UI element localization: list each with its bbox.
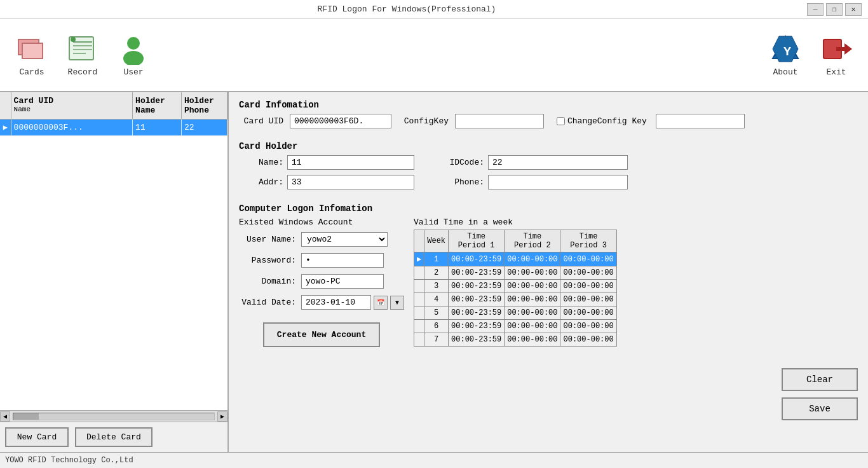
toolbar-user[interactable]: User — [108, 29, 159, 81]
period1-cell-5[interactable]: 00:00-23:59 — [449, 306, 505, 320]
row-arrow-5 — [414, 306, 424, 320]
period1-cell-1[interactable]: 00:00-23:59 — [449, 252, 505, 266]
card-table: Card UID Name HolderName HolderPhone ▶ 0… — [0, 92, 227, 410]
svg-point-9 — [123, 51, 144, 65]
th-period2: TimePeriod 2 — [505, 230, 560, 252]
period2-cell-7[interactable]: 00:00-00:00 — [505, 333, 560, 347]
period3-cell-6[interactable]: 00:00-00:00 — [560, 320, 616, 333]
clear-button[interactable]: Clear — [782, 368, 858, 391]
holder-name-input[interactable] — [287, 155, 414, 170]
holder-phone-input[interactable] — [488, 175, 628, 189]
config-key-input[interactable] — [455, 114, 544, 128]
config-key-label: ConfigKey — [398, 116, 449, 126]
minimize-button[interactable]: — — [807, 3, 824, 16]
period1-cell-4[interactable]: 00:00-23:59 — [449, 293, 505, 306]
username-select[interactable]: yowo2 — [301, 232, 388, 247]
holder-addr-input[interactable] — [287, 175, 414, 189]
card-holder-title: Card Holder — [239, 141, 858, 151]
holder-idcode-input[interactable] — [488, 155, 628, 170]
change-config-label: ChangeConfig Key — [567, 116, 647, 126]
calendar-button[interactable]: 📅 — [374, 296, 388, 310]
period1-cell-6[interactable]: 00:00-23:59 — [449, 320, 505, 333]
valid-date-label: Valid Date: — [239, 298, 296, 307]
status-bar: YOWO RFID Technology Co.,Ltd — [0, 452, 868, 468]
password-input[interactable] — [301, 253, 384, 268]
time-table-row-6[interactable]: 6 00:00-23:59 00:00-00:00 00:00-00:00 — [414, 320, 617, 333]
time-table-row-7[interactable]: 7 00:00-23:59 00:00-00:00 00:00-00:00 — [414, 333, 617, 347]
scroll-left-btn[interactable]: ◀ — [0, 411, 10, 422]
holder-idcode-field: IDCode: — [440, 155, 628, 170]
row-arrow-7 — [414, 333, 424, 347]
scroll-right-btn[interactable]: ▶ — [217, 411, 227, 422]
change-config-checkbox[interactable] — [557, 117, 565, 125]
new-card-button[interactable]: New Card — [5, 427, 69, 447]
time-table-row-5[interactable]: 5 00:00-23:59 00:00-00:00 00:00-00:00 — [414, 306, 617, 320]
card-table-header: Card UID Name HolderName HolderPhone — [0, 92, 227, 120]
period3-cell-3[interactable]: 00:00-00:00 — [560, 280, 616, 293]
change-config-input[interactable] — [656, 114, 745, 128]
toolbar-exit[interactable]: Exit — [811, 29, 862, 81]
period3-cell-2[interactable]: 00:00-00:00 — [560, 266, 616, 280]
period1-cell-7[interactable]: 00:00-23:59 — [449, 333, 505, 347]
holder-addr-label: Addr: — [239, 177, 283, 187]
period1-cell-2[interactable]: 00:00-23:59 — [449, 266, 505, 280]
right-panel-wrapper: Card Infomation Card UID ConfigKey Chang… — [229, 92, 868, 452]
domain-label: Domain: — [239, 277, 296, 286]
toolbar: Cards Record User — [0, 19, 868, 92]
close-button[interactable]: ✕ — [845, 3, 862, 16]
period3-cell-4[interactable]: 00:00-00:00 — [560, 293, 616, 306]
time-table-row-4[interactable]: 4 00:00-23:59 00:00-00:00 00:00-00:00 — [414, 293, 617, 306]
card-uid-input[interactable] — [290, 114, 391, 128]
time-table: Week TimePeriod 1 TimePeriod 2 TimePerio… — [414, 230, 617, 347]
period3-cell-1[interactable]: 00:00-00:00 — [560, 252, 616, 266]
period2-cell-5[interactable]: 00:00-00:00 — [505, 306, 560, 320]
valid-date-input[interactable] — [301, 295, 371, 310]
row-arrow-4 — [414, 293, 424, 306]
create-new-account-button[interactable]: Create New Account — [263, 322, 380, 347]
period2-cell-2[interactable]: 00:00-00:00 — [505, 266, 560, 280]
holder-phone-label: Phone: — [440, 177, 484, 187]
left-bottom-buttons: New Card Delete Card — [0, 422, 227, 452]
time-table-row-3[interactable]: 3 00:00-23:59 00:00-00:00 00:00-00:00 — [414, 280, 617, 293]
date-picker: 📅 ▼ — [301, 295, 404, 310]
period3-cell-7[interactable]: 00:00-00:00 — [560, 333, 616, 347]
period2-cell-6[interactable]: 00:00-00:00 — [505, 320, 560, 333]
logon-form: Existed Windows Account User Name: yowo2… — [239, 217, 404, 347]
restore-button[interactable]: ❐ — [826, 3, 843, 16]
svg-marker-15 — [844, 43, 852, 55]
toolbar-about[interactable]: Y About — [760, 29, 811, 81]
holder-phone-field: Phone: — [440, 175, 628, 189]
holder-name-field: Name: — [239, 155, 414, 170]
domain-row: Domain: — [239, 274, 404, 289]
user-label: User — [123, 67, 143, 77]
card-row[interactable]: ▶ 0000000003F... 11 22 — [0, 120, 227, 136]
card-info-title: Card Infomation — [239, 100, 858, 110]
right-panel: Card Infomation Card UID ConfigKey Chang… — [229, 92, 868, 452]
time-table-row-2[interactable]: 2 00:00-23:59 00:00-00:00 00:00-00:00 — [414, 266, 617, 280]
save-button[interactable]: Save — [782, 397, 858, 420]
right-side-buttons: Clear Save — [782, 368, 858, 420]
period2-cell-3[interactable]: 00:00-00:00 — [505, 280, 560, 293]
time-table-row-1[interactable]: ▶ 1 00:00-23:59 00:00-00:00 00:00-00:00 — [414, 252, 617, 266]
status-text: YOWO RFID Technology Co.,Ltd — [5, 456, 133, 465]
domain-input[interactable] — [301, 274, 384, 289]
week-cell-3: 3 — [424, 280, 449, 293]
scrollbar-thumb — [13, 413, 39, 420]
toolbar-cards[interactable]: Cards — [6, 29, 57, 81]
period2-cell-4[interactable]: 00:00-00:00 — [505, 293, 560, 306]
week-cell-6: 6 — [424, 320, 449, 333]
computer-logon-title: Computer Logon Infomation — [239, 203, 858, 214]
about-label: About — [773, 67, 797, 77]
period1-cell-3[interactable]: 00:00-23:59 — [449, 280, 505, 293]
period2-cell-1[interactable]: 00:00-00:00 — [505, 252, 560, 266]
period3-cell-5[interactable]: 00:00-00:00 — [560, 306, 616, 320]
holder-row-2: Addr: Phone: — [239, 175, 858, 189]
toolbar-record[interactable]: Record — [57, 29, 108, 81]
date-dropdown-button[interactable]: ▼ — [390, 296, 404, 310]
horizontal-scrollbar[interactable]: ◀ ▶ — [0, 410, 227, 422]
svg-point-8 — [127, 37, 140, 50]
card-phone-cell: 22 — [182, 120, 227, 135]
delete-card-button[interactable]: Delete Card — [75, 427, 153, 447]
svg-point-7 — [71, 37, 76, 42]
holder-addr-field: Addr: — [239, 175, 414, 189]
